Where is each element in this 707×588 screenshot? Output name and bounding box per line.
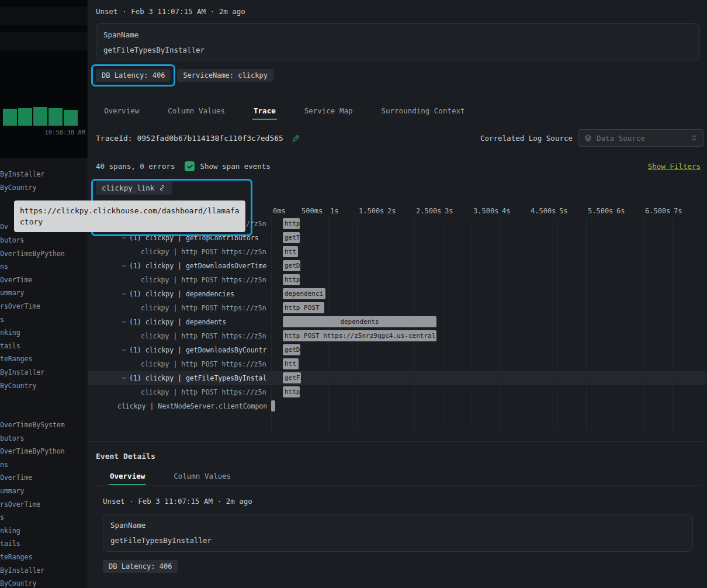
chevron-down-icon[interactable] [120,290,127,298]
span-row-label: clickpy | http POST https://z5nrz [88,273,267,287]
trace-span-row[interactable]: clickpy | http POST https://z5nrzhtt [88,357,707,371]
event-details-tab-overview[interactable]: Overview [109,469,146,485]
sidebar-list-item[interactable]: ByInstaller [0,366,88,379]
timeline-tick: 3.500s [472,207,498,215]
span-row-label: clickpy | http POST https://z5nrz [88,245,267,259]
sidebar-list-item[interactable]: ByCountry [0,577,88,588]
data-source-placeholder: Data Source [597,134,686,143]
sidebar-list-item[interactable]: nking [0,524,88,538]
trace-span-row[interactable]: (1) clickpy | getDownloadsOverTimeBySget… [88,259,707,273]
event-details-tab-column-values[interactable]: Column Values [172,469,232,485]
sidebar-list-item[interactable]: ummary [0,286,88,300]
span-duration-bar[interactable]: getD [283,344,300,355]
tab-service-map[interactable]: Service Map [303,102,354,120]
sidebar-list-item[interactable]: ns [0,260,88,274]
sidebar-list-item[interactable]: ns [0,458,88,472]
chart-bar [33,107,47,126]
trace-span-row[interactable]: clickpy | http POST https://z5nrzhtt [88,245,707,259]
span-row-label: (1) clickpy | getTopContributors [88,231,267,245]
trace-span-row[interactable]: clickpy | http POST https://z5nrzhttp PO… [88,301,707,315]
sidebar-list-item[interactable]: s [0,511,88,524]
sidebar-list-item[interactable]: OverTimeBySystem [0,418,88,432]
tab-column-values[interactable]: Column Values [167,102,226,120]
chevron-down-icon[interactable] [120,234,127,241]
tab-surrounding-context[interactable]: Surrounding Context [380,102,466,120]
check-icon [186,163,193,170]
spans-summary-row: 40 spans, 0 errors Show span events Show… [96,161,701,171]
sidebar-list-item[interactable]: tails [0,537,88,551]
sidebar-list-item[interactable]: OverTime [0,274,88,287]
span-name-card: SpanName getFileTypesByInstaller [96,23,700,61]
timeline-tick: 2.500s [414,207,441,215]
timeline-tick: 0ms [271,207,286,215]
sidebar-list-item[interactable]: teRanges [0,551,88,564]
db-latency-badge-details[interactable]: DB Latency: 406 [103,560,178,573]
sidebar-list-item[interactable]: ByCountry [0,181,88,195]
chevron-down-icon[interactable] [120,375,127,382]
event-details-title: Event Details [96,452,707,461]
span-duration-bar[interactable]: http [283,386,300,397]
span-duration-bar[interactable]: http [283,274,300,285]
span-duration-bar[interactable]: getD [283,260,300,271]
span-duration-bar[interactable]: dependenci [283,288,325,299]
data-source-select[interactable]: Data Source [578,129,703,147]
chart-bar [48,108,63,126]
show-filters-link[interactable]: Show Filters [648,162,701,171]
trace-span-row[interactable]: clickpy | http POST https://z5nrzhttp PO… [88,329,707,343]
event-tag-row: clickpy_link [96,181,700,195]
clickpy-link-button[interactable]: clickpy_link [96,181,172,195]
chevron-down-icon[interactable] [120,262,127,269]
background-panel-row [0,7,88,25]
span-duration-bar[interactable]: http POST [283,302,324,313]
span-row-label: (1) clickpy | getDownloadsByCountry [88,343,267,357]
trace-span-row[interactable]: (1) clickpy | getTopContributorsgetT [88,231,707,245]
sidebar-list-item[interactable]: OverTime [0,471,88,485]
sidebar-list-item[interactable]: rsOverTime [0,498,88,511]
span-duration-bar[interactable]: http POST https://z5nrz9qgc4.us-central [283,330,436,341]
trace-span-row[interactable]: (1) clickpy | dependenciesdependenci [88,287,707,301]
trace-span-row[interactable]: clickpy | http POST https://z5nrzhttp [88,385,707,399]
timeline-tick: 1s [328,207,338,215]
trace-span-row[interactable]: (1) clickpy | getFileTypesByInstallerget… [88,371,707,385]
sidebar-list-item[interactable]: OverTimeByPython [0,445,88,458]
sidebar-list-item[interactable]: butors [0,234,88,247]
span-duration-bar[interactable]: http [283,218,300,229]
trace-span-row[interactable]: clickpy | NextNodeServer.clientCompone [88,399,707,413]
trace-span-row[interactable]: (1) clickpy | getDownloadsByCountrygetD [88,343,707,357]
chevron-down-icon[interactable] [120,319,127,326]
trace-span-row[interactable]: clickpy | http POST https://z5nrzhttp [88,273,707,287]
span-duration-bar[interactable]: getT [283,232,300,243]
tab-trace[interactable]: Trace [252,102,277,120]
sidebar-list-item[interactable]: nking [0,326,88,340]
sidebar-list-item[interactable]: ummary [0,485,88,498]
span-duration-bar[interactable]: dependents [283,316,436,327]
show-span-events-checkbox[interactable] [185,161,195,171]
sidebar-list-item[interactable]: ByInstaller [0,168,88,181]
service-name-badge[interactable]: ServiceName: clickpy [177,69,273,82]
span-row-label: (1) clickpy | getDownloadsOverTimeByS [88,259,267,273]
span-row-label: clickpy | NextNodeServer.clientCompone [88,399,267,413]
sidebar-list-item[interactable]: butors [0,432,88,445]
sidebar-list-item[interactable]: teRanges [0,352,88,366]
background-charts-area: 10:58:30 AM [0,0,88,158]
sidebar-list-item[interactable]: s [0,313,88,327]
sidebar-list-item[interactable]: ByCountry [0,379,88,393]
chevron-down-icon[interactable] [120,347,127,354]
span-name-text: clickpy | NextNodeServer.clientCompone [117,402,267,410]
span-duration-bar[interactable] [271,400,275,411]
sidebar-list-item[interactable]: rsOverTime [0,300,88,313]
span-row-label: (1) clickpy | dependents [88,315,267,329]
sidebar-list-item[interactable]: ByInstaller [0,564,88,577]
sidebar-list-item[interactable]: tails [0,340,88,353]
span-duration-bar[interactable]: htt [283,246,298,257]
trace-span-row[interactable]: (1) clickpy | dependentsdependents [88,315,707,329]
span-name-text: (1) clickpy | dependents [129,318,226,326]
span-name-text: clickpy | http POST https://z5nrz [141,276,267,284]
correlated-log-source-label: Correlated Log Source [480,134,573,143]
sidebar-list-item[interactable]: OverTimeByPython [0,247,88,261]
edit-trace-id-button[interactable] [292,134,300,143]
db-latency-badge[interactable]: DB Latency: 406 [96,69,171,82]
tab-overview[interactable]: Overview [103,102,140,120]
span-duration-bar[interactable]: htt [283,358,299,369]
span-duration-bar[interactable]: getFi [283,372,301,383]
